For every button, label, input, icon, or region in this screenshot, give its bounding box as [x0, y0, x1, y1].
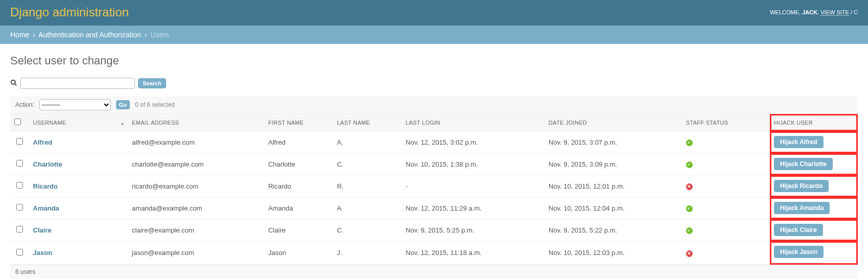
col-header-staff[interactable]: Staff status	[682, 114, 770, 131]
username-link[interactable]: Amanda	[33, 204, 59, 212]
table-row: Amandaamanda@example.comAmandaA.Nov. 12,…	[10, 197, 858, 219]
col-header-username[interactable]: Username▴	[29, 114, 128, 131]
cell-email: amanda@example.com	[128, 197, 264, 219]
svg-line-1	[15, 83, 17, 85]
welcome-text: Welcome,	[770, 9, 802, 15]
col-header-last[interactable]: Last name	[333, 114, 401, 131]
view-site-link[interactable]: View site	[820, 9, 849, 16]
breadcrumb: Home › Authentication and Authorization …	[0, 26, 868, 44]
cell-date-joined: Nov. 10, 2015, 12:03 p.m.	[544, 241, 682, 265]
cell-date-joined: Nov. 10, 2015, 12:01 p.m.	[544, 175, 682, 197]
row-select-checkbox[interactable]	[16, 182, 23, 189]
paginator: 6 users	[10, 265, 858, 278]
cell-last-name: J.	[333, 241, 401, 265]
select-all-checkbox[interactable]	[14, 119, 21, 125]
status-no-icon: ✕	[686, 183, 693, 190]
username-link[interactable]: Ricardo	[33, 182, 58, 190]
col-header-hijack[interactable]: Hijack user	[770, 114, 858, 131]
col-header-login[interactable]: Last login	[402, 114, 545, 131]
search-icon	[10, 79, 17, 88]
hijack-button[interactable]: Hijack Alfred	[774, 136, 824, 148]
header-bar: Django administration Welcome, Jack. Vie…	[0, 0, 868, 26]
cell-first-name: Claire	[264, 219, 333, 241]
cell-first-name: Alfred	[264, 131, 333, 153]
col-header-joined[interactable]: Date joined	[544, 114, 682, 131]
table-row: Jasonjason@example.comJasonJ.Nov. 12, 20…	[10, 241, 858, 265]
cell-last-login: Nov. 12, 2015, 11:18 a.m.	[402, 241, 545, 265]
row-select-checkbox[interactable]	[16, 226, 23, 232]
row-select-checkbox[interactable]	[16, 204, 23, 211]
go-button[interactable]: Go	[116, 100, 130, 109]
row-select-checkbox[interactable]	[16, 138, 23, 145]
search-input[interactable]	[20, 78, 135, 89]
status-yes-icon: ✓	[686, 140, 693, 146]
cell-last-login: Nov. 10, 2015, 1:38 p.m.	[402, 153, 545, 175]
selection-count: 0 of 6 selected	[135, 101, 175, 108]
page-title: Select user to change	[10, 54, 858, 67]
action-select[interactable]: ---------	[39, 99, 111, 110]
action-label: Action:	[13, 101, 34, 108]
cell-email: alfred@example.com	[128, 131, 264, 153]
row-select-checkbox[interactable]	[16, 160, 23, 167]
table-row: Alfredalfred@example.comAlfredA.Nov. 12,…	[10, 131, 858, 153]
username-link[interactable]: Claire	[33, 226, 52, 234]
user-tools: Welcome, Jack. View site / C	[770, 9, 858, 15]
username-link[interactable]: Alfred	[33, 138, 53, 146]
breadcrumb-sep-icon: ›	[33, 31, 35, 39]
hijack-button[interactable]: Hijack Ricardo	[774, 180, 829, 192]
svg-point-0	[11, 80, 15, 84]
cell-last-name: C.	[333, 219, 401, 241]
col-header-email[interactable]: Email address	[128, 114, 264, 131]
cell-email: ricardo@example.com	[128, 175, 264, 197]
cell-date-joined: Nov. 10, 2015, 12:04 p.m.	[544, 197, 682, 219]
search-button[interactable]: Search	[138, 78, 166, 88]
cell-last-name: A.	[333, 197, 401, 219]
cell-first-name: Ricardo	[264, 175, 333, 197]
row-select-checkbox[interactable]	[16, 249, 23, 255]
username-link[interactable]: Jason	[33, 249, 53, 257]
actions-bar: Action: --------- Go 0 of 6 selected	[10, 96, 858, 114]
hijack-button[interactable]: Hijack Amanda	[774, 202, 830, 214]
username-link[interactable]: Charlotte	[33, 160, 62, 168]
sort-ascending-icon: ▴	[121, 120, 124, 125]
cell-date-joined: Nov. 9, 2015, 5:22 p.m.	[544, 219, 682, 241]
hijack-button[interactable]: Hijack Charlotte	[774, 158, 833, 170]
cell-first-name: Jason	[264, 241, 333, 265]
status-yes-icon: ✓	[686, 227, 693, 234]
trailing-clip: / C	[849, 9, 858, 15]
table-row: Ricardoricardo@example.comRicardoR.-Nov.…	[10, 175, 858, 197]
search-form: Search	[10, 78, 858, 89]
cell-email: jason@example.com	[128, 241, 264, 265]
cell-last-login: Nov. 9, 2015, 5:25 p.m.	[402, 219, 545, 241]
cell-last-name: R.	[333, 175, 401, 197]
cell-last-login: -	[402, 175, 545, 197]
table-row: Claireclaire@example.comClaireC.Nov. 9, …	[10, 219, 858, 241]
cell-first-name: Amanda	[264, 197, 333, 219]
breadcrumb-home[interactable]: Home	[10, 31, 29, 39]
cell-date-joined: Nov. 9, 2015, 3:07 p.m.	[544, 131, 682, 153]
status-no-icon: ✕	[686, 250, 693, 257]
cell-email: claire@example.com	[128, 219, 264, 241]
table-row: Charlottecharlotte@example.comCharlotteC…	[10, 153, 858, 175]
cell-date-joined: Nov. 9, 2015, 3:09 p.m.	[544, 153, 682, 175]
current-user: Jack	[802, 9, 817, 15]
hijack-button[interactable]: Hijack Claire	[774, 224, 823, 236]
hijack-button[interactable]: Hijack Jason	[774, 246, 824, 258]
status-yes-icon: ✓	[686, 205, 693, 212]
status-yes-icon: ✓	[686, 161, 693, 168]
breadcrumb-sep-icon: ›	[145, 31, 147, 39]
user-table: Username▴ Email address First name Last …	[10, 114, 858, 265]
cell-first-name: Charlotte	[264, 153, 333, 175]
cell-last-name: C.	[333, 153, 401, 175]
breadcrumb-section[interactable]: Authentication and Authorization	[38, 31, 141, 39]
cell-last-login: Nov. 12, 2015, 3:02 p.m.	[402, 131, 545, 153]
cell-last-login: Nov. 12, 2015, 11:29 a.m.	[402, 197, 545, 219]
cell-last-name: A.	[333, 131, 401, 153]
breadcrumb-current: Users	[150, 31, 169, 39]
table-header-row: Username▴ Email address First name Last …	[10, 114, 858, 131]
brand-title: Django administration	[10, 5, 129, 19]
cell-email: charlotte@example.com	[128, 153, 264, 175]
col-header-first[interactable]: First name	[264, 114, 333, 131]
